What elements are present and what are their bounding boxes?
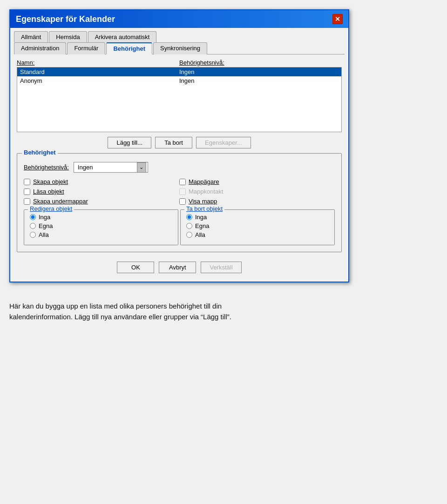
- checkbox-visamapp[interactable]: Visa mapp: [179, 198, 335, 205]
- user-row-0[interactable]: Standard Ingen: [17, 67, 341, 76]
- description-line1: Här kan du bygga upp en lista med olika …: [9, 302, 222, 310]
- tab-administration[interactable]: Administration: [14, 42, 66, 54]
- radio-tabort-inga-input[interactable]: [186, 214, 192, 220]
- mappkontakt-checkbox[interactable]: [179, 188, 186, 195]
- checkboxes-row: Skapa objekt Läsa objekt Skapa undermapp…: [24, 178, 335, 205]
- user-row-1[interactable]: Anonym Ingen: [17, 76, 341, 85]
- tabs-row-2: Administration Formulär Behörighet Synkr…: [10, 42, 348, 54]
- radio-tabort-inga[interactable]: Inga: [186, 214, 329, 221]
- user-list[interactable]: Standard Ingen Anonym Ingen: [17, 67, 342, 132]
- user-name-1: Anonym: [20, 77, 179, 84]
- tab-synkronisering[interactable]: Synkronisering: [153, 42, 207, 54]
- visamapp-label: Visa mapp: [189, 198, 217, 205]
- dialog-window: Egenskaper för Kalender ✕ Allmänt Hemsid…: [9, 9, 349, 282]
- skapa-checkbox[interactable]: [24, 179, 30, 185]
- cancel-button[interactable]: Avbryt: [159, 262, 196, 273]
- edit-group-legend: Redigera objekt: [28, 205, 74, 212]
- mappagare-checkbox[interactable]: [179, 179, 186, 185]
- radio-redigera-alla[interactable]: Alla: [30, 231, 172, 238]
- action-buttons: Lägg till... Ta bort Egenskaper...: [17, 137, 342, 148]
- radio-redigera-inga[interactable]: Inga: [30, 214, 172, 221]
- list-header-level: Behörighetsnivå:: [179, 59, 342, 66]
- dialog-title: Egenskaper för Kalender: [16, 14, 115, 24]
- user-name-0: Standard: [20, 68, 179, 75]
- radio-redigera-alla-input[interactable]: [30, 232, 36, 238]
- user-list-section: Namn: Behörighetsnivå: Standard Ingen An…: [17, 59, 342, 132]
- radio-tabort-alla-input[interactable]: [186, 232, 192, 238]
- radio-tabort-alla-label: Alla: [195, 231, 205, 238]
- list-headers: Namn: Behörighetsnivå:: [17, 59, 342, 66]
- checkbox-lasa[interactable]: Läsa objekt: [24, 188, 179, 195]
- list-header-name: Namn:: [17, 59, 179, 66]
- ok-button[interactable]: OK: [117, 262, 154, 273]
- radio-groups-row: Redigera objekt Inga Egna Alla: [24, 209, 335, 245]
- radio-redigera-egna-input[interactable]: [30, 223, 36, 229]
- radio-tabort-egna-label: Egna: [195, 222, 209, 229]
- radio-tabort-alla[interactable]: Alla: [186, 231, 329, 238]
- checkbox-mappagare[interactable]: Mappägare: [179, 178, 335, 185]
- tab-formular[interactable]: Formulär: [67, 42, 105, 54]
- radio-redigera-inga-input[interactable]: [30, 214, 36, 220]
- bottom-buttons: OK Avbryt Verkställ: [17, 258, 342, 275]
- radio-tabort-egna[interactable]: Egna: [186, 222, 329, 229]
- radio-redigera-egna-label: Egna: [39, 222, 53, 229]
- tab-arkivera[interactable]: Arkivera automatiskt: [88, 31, 157, 42]
- description-text: Här kan du bygga upp en lista med olika …: [9, 301, 231, 322]
- tabs-row-1: Allmänt Hemsida Arkivera automatiskt: [10, 28, 348, 42]
- skapa-label: Skapa objekt: [33, 178, 68, 185]
- permission-level-select[interactable]: IngenÄgareUtgivareRedaktörGranskareAnpas…: [74, 162, 148, 173]
- description-line2: kalenderinformation. Lägg till nya använ…: [9, 313, 231, 321]
- permission-legend: Behörighet: [22, 149, 58, 156]
- dialog-content: Namn: Behörighetsnivå: Standard Ingen An…: [10, 54, 348, 282]
- edit-radio-group: Redigera objekt Inga Egna Alla: [24, 209, 178, 245]
- radio-redigera-alla-label: Alla: [39, 231, 49, 238]
- checkbox-undermappar[interactable]: Skapa undermappar: [24, 198, 179, 205]
- radio-redigera-egna[interactable]: Egna: [30, 222, 172, 229]
- checkboxes-col-1: Skapa objekt Läsa objekt Skapa undermapp…: [24, 178, 179, 205]
- checkboxes-col-2: Mappägare Mappkontakt Visa mapp: [179, 178, 335, 205]
- delete-radio-group: Ta bort objekt Inga Egna Alla: [180, 209, 335, 245]
- radio-redigera-inga-label: Inga: [39, 214, 50, 221]
- lasa-label: Läsa objekt: [33, 188, 64, 195]
- undermappar-label: Skapa undermappar: [33, 198, 88, 205]
- tab-hemsida[interactable]: Hemsida: [49, 31, 87, 42]
- radio-tabort-egna-input[interactable]: [186, 223, 192, 229]
- remove-button[interactable]: Ta bort: [155, 137, 192, 148]
- close-button[interactable]: ✕: [332, 14, 343, 24]
- permission-level-select-wrap: IngenÄgareUtgivareRedaktörGranskareAnpas…: [74, 162, 148, 173]
- user-level-1: Ingen: [179, 77, 339, 84]
- apply-button[interactable]: Verkställ: [201, 262, 241, 273]
- permission-level-label: Behörighetsnivå:: [24, 164, 69, 171]
- add-button[interactable]: Lägg till...: [108, 137, 151, 148]
- checkbox-skapa[interactable]: Skapa objekt: [24, 178, 179, 185]
- permission-level-row: Behörighetsnivå: IngenÄgareUtgivareRedak…: [24, 162, 335, 173]
- delete-group-legend: Ta bort objekt: [184, 205, 224, 212]
- permission-group: Behörighet Behörighetsnivå: IngenÄgareUt…: [17, 153, 342, 252]
- lasa-checkbox[interactable]: [24, 188, 30, 195]
- user-level-0: Ingen: [179, 68, 339, 75]
- mappkontakt-label: Mappkontakt: [189, 188, 223, 195]
- mappagare-label: Mappägare: [189, 178, 219, 185]
- tab-allman[interactable]: Allmänt: [14, 31, 48, 42]
- checkbox-mappkontakt[interactable]: Mappkontakt: [179, 188, 335, 195]
- visamapp-checkbox[interactable]: [179, 198, 186, 205]
- dialog-titlebar: Egenskaper för Kalender ✕: [10, 10, 348, 28]
- properties-button[interactable]: Egenskaper...: [196, 137, 251, 148]
- undermappar-checkbox[interactable]: [24, 198, 30, 205]
- radio-tabort-inga-label: Inga: [195, 214, 207, 221]
- tab-behorighet[interactable]: Behörighet: [106, 42, 152, 54]
